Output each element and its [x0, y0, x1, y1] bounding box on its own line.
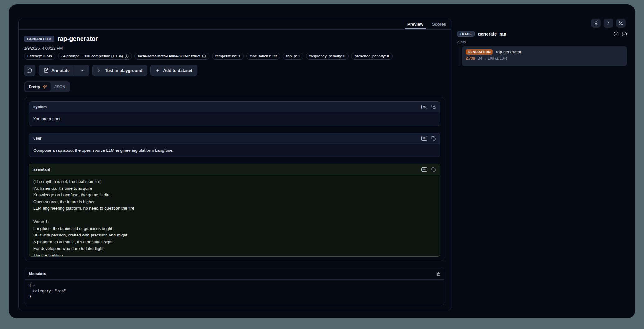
- comment-icon: [27, 68, 32, 73]
- percent-icon: [618, 21, 623, 26]
- test-in-playground-button[interactable]: Test in playground: [92, 65, 148, 76]
- sparkles-icon: [42, 84, 47, 89]
- action-button-row: Annotate Test in playground Add to datas…: [24, 65, 197, 76]
- json-open-brace: {: [29, 283, 31, 288]
- terminal-icon: [97, 68, 102, 73]
- metadata-title: Metadata: [29, 272, 46, 276]
- presence-penalty-badge: presence_penalty: 0: [351, 53, 393, 60]
- user-message-header: user M↓: [29, 133, 440, 144]
- annotate-button[interactable]: Annotate: [39, 65, 89, 76]
- fold-vertical-icon: [606, 21, 611, 26]
- annotate-dropdown[interactable]: [77, 68, 84, 73]
- award-icon: [594, 21, 598, 26]
- max-tokens-badge: max_tokens: inf: [246, 53, 280, 60]
- page-title: rap-generator: [58, 35, 98, 42]
- trace-latency: 2.73s: [457, 40, 466, 44]
- user-message-block: user M↓ Compose a rap about the open sou…: [29, 133, 440, 157]
- app-window: Preview Scores GENERATION rap-generator …: [9, 4, 635, 318]
- metadata-header: Metadata: [25, 268, 444, 280]
- message-role-label: user: [33, 136, 41, 141]
- observation-parameter-badges: Latency: 2.73s 34 prompt → 100 completio…: [24, 53, 393, 60]
- message-role-label: system: [33, 105, 47, 109]
- temperature-badge: temperature: 1: [212, 53, 244, 60]
- circle-plus-icon: [613, 31, 619, 37]
- trace-type-badge: TRACE: [457, 31, 475, 37]
- token-usage-badge: 34 prompt → 100 completion (Σ 134): [58, 53, 132, 60]
- top-p-badge: top_p: 1: [283, 53, 303, 60]
- markdown-icon[interactable]: M↓: [421, 167, 427, 172]
- json-key: category:: [33, 288, 53, 294]
- system-message-block: system M↓ You are a poet.: [29, 101, 440, 126]
- pretty-label: Pretty: [29, 84, 40, 89]
- generation-type-badge: GENERATION: [24, 36, 54, 42]
- toggle-json[interactable]: JSON: [51, 82, 69, 91]
- add-to-dataset-label: Add to dataset: [163, 68, 192, 73]
- generation-node-tokens: 34 → 100 (Σ 134): [478, 56, 507, 60]
- trace-toolbar: [591, 19, 626, 28]
- observation-detail-panel: Preview Scores GENERATION rap-generator …: [18, 19, 451, 310]
- test-in-playground-label: Test in playground: [105, 68, 143, 73]
- toggle-pretty[interactable]: Pretty: [25, 82, 51, 91]
- add-to-dataset-button[interactable]: Add to dataset: [150, 65, 197, 76]
- tree-indent-line: [459, 47, 459, 66]
- collapse-panel-button[interactable]: [604, 19, 613, 28]
- pretty-json-toggle: Pretty JSON: [24, 81, 70, 92]
- tab-preview[interactable]: Preview: [407, 19, 423, 29]
- annotation-queue-button[interactable]: [591, 19, 601, 28]
- json-value: "rap": [55, 288, 66, 294]
- scores-metrics-button[interactable]: [616, 19, 626, 28]
- plus-icon: [155, 68, 160, 73]
- generation-node-badge: GENERATION: [466, 49, 493, 55]
- expand-all-button[interactable]: [613, 31, 619, 37]
- circle-minus-icon: [622, 31, 627, 37]
- generation-node-latency: 2.73s: [466, 56, 475, 60]
- system-message-content: You are a poet.: [29, 112, 440, 126]
- preview-scores-tabs: Preview Scores: [19, 19, 451, 30]
- metadata-section: Metadata { category: "rap": [25, 268, 444, 305]
- model-badge: meta-llama/Meta-Llama-3-8B-Instruct: [134, 53, 209, 60]
- markdown-icon[interactable]: M↓: [421, 136, 427, 141]
- user-message-content: Compose a rap about the open source LLM …: [29, 144, 440, 157]
- assistant-message-block: assistant M↓ (The rhythm is set, the bea…: [29, 164, 440, 257]
- system-message-header: system M↓: [29, 102, 440, 112]
- copy-icon[interactable]: [436, 272, 440, 276]
- chevron-down-icon: [80, 68, 84, 73]
- metadata-json: { category: "rap" }: [25, 280, 444, 302]
- copy-icon[interactable]: [431, 167, 436, 172]
- comment-button[interactable]: [24, 65, 35, 76]
- assistant-message-content: (The rhythm is set, the beat's on fire) …: [29, 175, 440, 257]
- annotate-label: Annotate: [51, 68, 70, 73]
- token-usage-label: 34 prompt → 100 completion (Σ 134): [61, 54, 123, 58]
- trace-header-row: TRACE generate_rap: [457, 31, 627, 37]
- info-icon[interactable]: [125, 54, 129, 58]
- frequency-penalty-badge: frequency_penalty: 0: [306, 53, 349, 60]
- model-name-label: meta-llama/Meta-Llama-3-8B-Instruct: [138, 54, 200, 58]
- generation-tree-node[interactable]: GENERATION rap-generator 2.73s 34 → 100 …: [462, 46, 627, 66]
- messages-container: system M↓ You are a poet. user M↓: [25, 97, 444, 261]
- copy-icon[interactable]: [431, 105, 436, 109]
- trace-name: generate_rap: [478, 31, 506, 36]
- message-role-label: assistant: [33, 167, 50, 172]
- circle-plus-icon[interactable]: [202, 54, 206, 58]
- observation-title-row: GENERATION rap-generator: [24, 35, 98, 42]
- latency-badge: Latency: 2.73s: [24, 53, 55, 60]
- json-close-brace: }: [29, 294, 31, 299]
- button-divider: [74, 65, 74, 76]
- markdown-icon[interactable]: M↓: [421, 105, 427, 109]
- generation-node-name: rap-generator: [496, 50, 521, 54]
- collapse-all-button[interactable]: [622, 31, 627, 37]
- tab-scores[interactable]: Scores: [432, 19, 446, 29]
- copy-icon[interactable]: [431, 136, 436, 141]
- assistant-message-header: assistant M↓: [29, 164, 440, 175]
- view-toggle-row: Pretty JSON: [24, 81, 70, 92]
- observation-timestamp: 1/9/2025, 4:00:22 PM: [24, 46, 63, 50]
- collapse-chevron-icon[interactable]: [33, 284, 36, 287]
- annotate-icon: [44, 68, 49, 73]
